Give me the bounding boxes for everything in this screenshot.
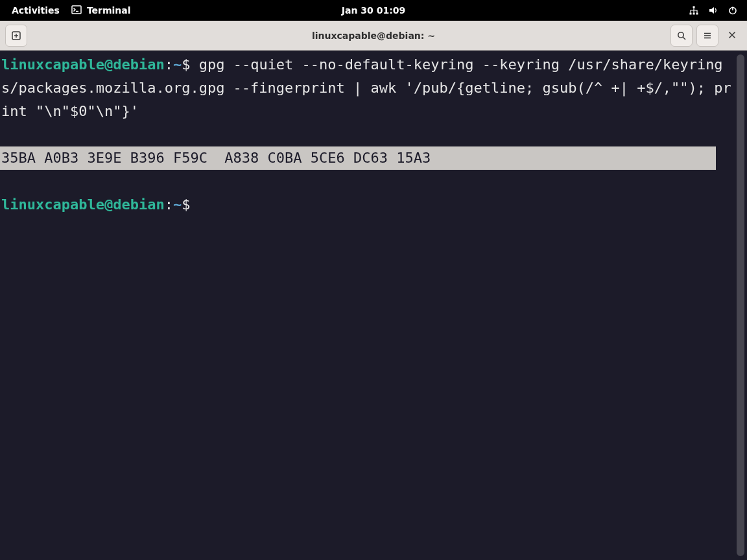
svg-rect-3 — [690, 13, 692, 15]
prompt-colon: : — [165, 56, 173, 73]
terminal-content: linuxcapable@debian:~$ gpg --quiet --no-… — [0, 53, 747, 216]
titlebar-left — [5, 25, 27, 47]
hamburger-menu-button[interactable] — [696, 25, 718, 47]
active-app-indicator[interactable]: Terminal — [71, 5, 131, 17]
blank-line — [0, 123, 731, 146]
prompt-user: linuxcapable@debian — [1, 196, 165, 213]
blank-line — [0, 170, 731, 193]
svg-rect-5 — [696, 13, 698, 15]
svg-rect-0 — [72, 6, 81, 14]
new-tab-button[interactable] — [5, 25, 27, 47]
close-icon — [728, 29, 736, 41]
prompt-tilde: ~ — [173, 56, 182, 73]
command-line-1: linuxcapable@debian:~$ gpg --quiet --no-… — [0, 53, 731, 123]
activities-button[interactable]: Activities — [12, 5, 60, 16]
network-icon[interactable] — [689, 5, 699, 16]
active-app-label: Terminal — [87, 5, 131, 16]
window-titlebar: linuxcapable@debian: ~ — [0, 21, 747, 51]
power-icon[interactable] — [728, 5, 738, 16]
prompt-dollar: $ — [182, 56, 190, 73]
titlebar-right — [670, 25, 742, 47]
fingerprint-output: 35BA A0B3 3E9E B396 F59C A838 C0BA 5CE6 … — [0, 146, 716, 170]
cursor-space — [190, 196, 198, 213]
svg-line-12 — [683, 37, 685, 40]
svg-rect-2 — [693, 6, 695, 8]
volume-icon[interactable] — [708, 5, 718, 16]
prompt-dollar: $ — [182, 196, 190, 213]
prompt-colon: : — [165, 196, 173, 213]
terminal-icon — [71, 5, 82, 17]
prompt-line-2: linuxcapable@debian:~$ — [0, 193, 731, 216]
prompt-user: linuxcapable@debian — [1, 56, 165, 73]
svg-point-11 — [678, 32, 683, 37]
topbar-right — [689, 5, 747, 16]
terminal-scrollbar[interactable] — [737, 54, 744, 556]
close-button[interactable] — [722, 25, 742, 47]
prompt-tilde: ~ — [173, 196, 182, 213]
gnome-topbar: Activities Terminal Jan 30 01:09 — [0, 0, 747, 21]
terminal-area[interactable]: linuxcapable@debian:~$ gpg --quiet --no-… — [0, 51, 747, 560]
topbar-datetime[interactable]: Jan 30 01:09 — [342, 5, 405, 16]
topbar-left: Activities Terminal — [0, 5, 131, 17]
svg-rect-4 — [693, 13, 695, 15]
search-button[interactable] — [670, 25, 693, 47]
window-title: linuxcapable@debian: ~ — [312, 30, 435, 41]
